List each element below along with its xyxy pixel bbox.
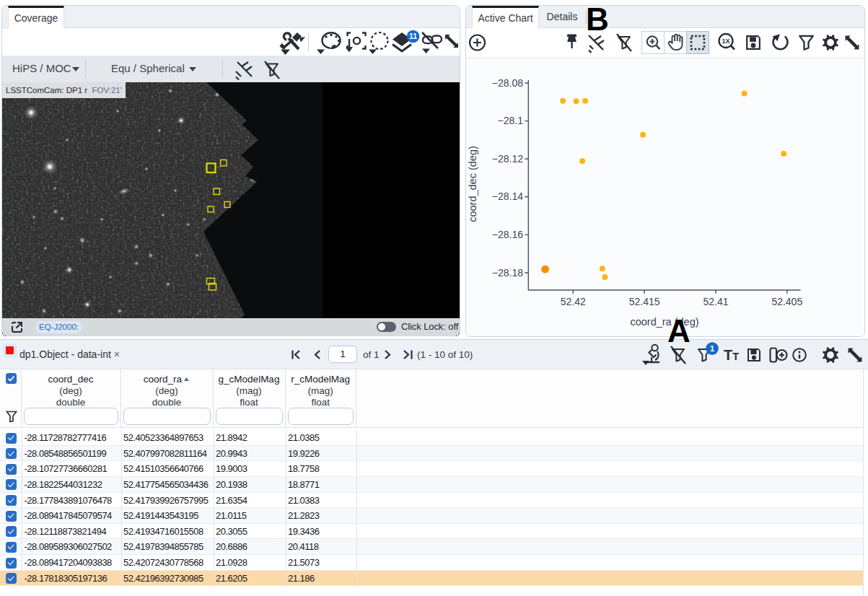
svg-text:52.42: 52.42 — [561, 296, 586, 307]
svg-text:1: 1 — [710, 344, 714, 353]
svg-text:−28.16: −28.16 — [492, 229, 523, 240]
svg-text:−28.08: −28.08 — [492, 77, 523, 89]
svg-text:−28.14: −28.14 — [492, 190, 523, 202]
svg-text:52.415: 52.415 — [629, 296, 660, 307]
svg-text:1X: 1X — [722, 38, 729, 45]
svg-text:TT: TT — [724, 347, 739, 363]
svg-text:11: 11 — [409, 32, 417, 40]
svg-text:52.405: 52.405 — [771, 296, 802, 307]
svg-text:52.41: 52.41 — [703, 296, 728, 307]
svg-text:−28.18: −28.18 — [492, 267, 523, 279]
svg-text:coord_dec (deg): coord_dec (deg) — [467, 146, 478, 222]
svg-text:−28.1: −28.1 — [498, 115, 524, 126]
svg-text:−28.12: −28.12 — [492, 153, 523, 165]
